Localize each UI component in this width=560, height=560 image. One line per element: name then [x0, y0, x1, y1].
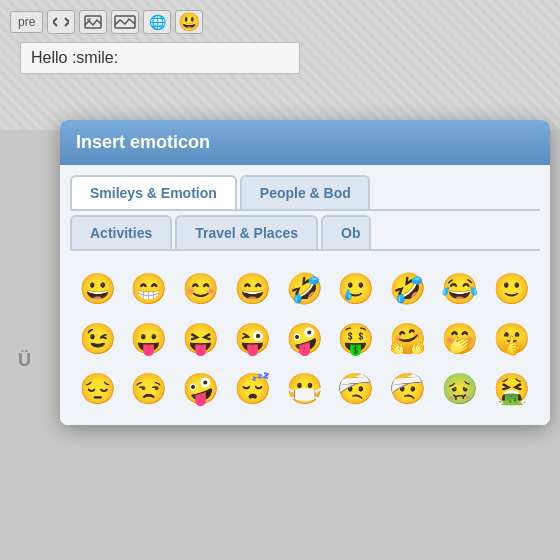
- emoji-cell[interactable]: 🤢: [436, 365, 482, 411]
- emoji-cell[interactable]: 😊: [178, 265, 224, 311]
- panel-body: Smileys & Emotion People & Bod Activitie…: [60, 165, 550, 425]
- editor-text: Hello :smile:: [20, 42, 300, 74]
- landscape-icon[interactable]: [111, 10, 139, 34]
- emoji-cell[interactable]: 😄: [229, 265, 275, 311]
- emoji-cell[interactable]: 🤪: [178, 365, 224, 411]
- emoji-cell[interactable]: 😜: [229, 315, 275, 361]
- image-icon[interactable]: [79, 10, 107, 34]
- pre-button[interactable]: pre: [10, 11, 43, 33]
- emoji-cell[interactable]: 😂: [436, 265, 482, 311]
- emoji-cell[interactable]: 🤭: [436, 315, 482, 361]
- emoticon-panel: Insert emoticon Smileys & Emotion People…: [60, 120, 550, 425]
- editor-area: pre 🌐 😃 Hello :smile:: [0, 0, 560, 130]
- code-icon[interactable]: [47, 10, 75, 34]
- globe-icon[interactable]: 🌐: [143, 10, 171, 34]
- emoji-cell[interactable]: 😔: [74, 365, 120, 411]
- tab-activities[interactable]: Activities: [70, 215, 172, 249]
- emoji-cell[interactable]: 😷: [281, 365, 327, 411]
- tabs-row-1: Smileys & Emotion People & Bod: [70, 175, 540, 211]
- emoji-cell[interactable]: 😁: [126, 265, 172, 311]
- sidebar-letter: Ü: [18, 350, 31, 371]
- emoji-cell[interactable]: 😒: [126, 365, 172, 411]
- toolbar: pre 🌐 😃: [10, 10, 550, 34]
- emoji-cell[interactable]: 😝: [178, 315, 224, 361]
- tab-travel[interactable]: Travel & Places: [175, 215, 318, 249]
- emoji-cell[interactable]: 🙂: [488, 265, 534, 311]
- emoji-cell[interactable]: 🤫: [488, 315, 534, 361]
- emoji-cell[interactable]: 😛: [126, 315, 172, 361]
- emoji-cell[interactable]: 🤗: [385, 315, 431, 361]
- emoji-cell[interactable]: 🤮: [488, 365, 534, 411]
- tabs-row-2: Activities Travel & Places Ob: [70, 215, 540, 251]
- panel-header: Insert emoticon: [60, 120, 550, 165]
- emoji-grid: 😀 😁 😊 😄 🤣 🥲 🤣 😂 🙂 😉 😛 😝 😜 🤪 🤑 🤗 🤭 🤫 😔 😒 …: [70, 261, 540, 415]
- emoji-cell[interactable]: 🤑: [333, 315, 379, 361]
- tab-people[interactable]: People & Bod: [240, 175, 370, 209]
- emoji-cell[interactable]: 🤣: [281, 265, 327, 311]
- tab-smileys[interactable]: Smileys & Emotion: [70, 175, 237, 209]
- emoji-cell[interactable]: 🤕: [333, 365, 379, 411]
- emoji-cell[interactable]: 🤣: [385, 265, 431, 311]
- emoji-cell[interactable]: 🥲: [333, 265, 379, 311]
- emoji-cell[interactable]: 😴: [229, 365, 275, 411]
- emoji-cell[interactable]: 🤪: [281, 315, 327, 361]
- tab-objects[interactable]: Ob: [321, 215, 371, 249]
- emoji-cell[interactable]: 🤕: [385, 365, 431, 411]
- emoji-cell[interactable]: 😀: [74, 265, 120, 311]
- smiley-icon[interactable]: 😃: [175, 10, 203, 34]
- emoji-cell[interactable]: 😉: [74, 315, 120, 361]
